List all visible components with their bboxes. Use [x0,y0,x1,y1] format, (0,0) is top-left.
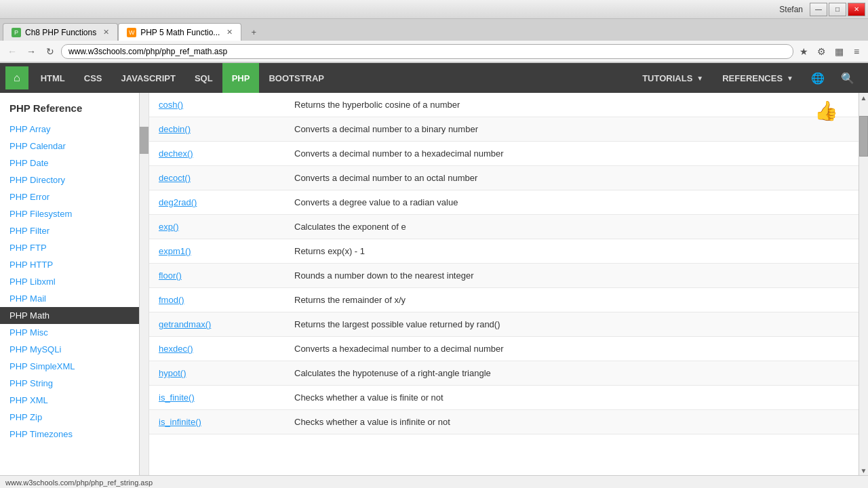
sidebar-item-php-xml[interactable]: PHP XML [0,392,149,409]
tab-close-ch8[interactable]: ✕ [103,28,109,37]
func-cell: getrandmax() [149,312,285,337]
sidebar-scrollbar-track [139,93,149,475]
minimize-button[interactable]: — [810,3,827,16]
content-table: cosh() Returns the hyperbolic cosine of … [149,93,859,434]
table-row: is_infinite() Checks whether a value is … [149,410,859,434]
toolbar-icons: ★ ⚙ ▦ ≡ [796,44,864,59]
address-bar: ← → ↻ ★ ⚙ ▦ ≡ [0,41,868,62]
desc-cell: Returns exp(x) - 1 [285,239,859,264]
sidebar-item-php-zip[interactable]: PHP Zip [0,409,149,426]
tab-close-php-math[interactable]: ✕ [226,28,233,37]
nav-html[interactable]: HTML [31,63,75,93]
search-button[interactable]: 🔍 [833,63,863,93]
sidebar-item-php-mail[interactable]: PHP Mail [0,290,149,307]
globe-button[interactable]: 🌐 [803,63,833,93]
sidebar-item-php-string[interactable]: PHP String [0,375,149,392]
func-link[interactable]: decoct() [159,173,191,183]
desc-cell: Calculates the exponent of e [285,215,859,239]
desc-cell: Returns the largest possible value retur… [285,312,859,337]
func-link[interactable]: hypot() [159,368,186,378]
tab-label-ch8: Ch8 PHP Functions [25,28,96,37]
table-row: decbin() Converts a decimal number to a … [149,117,859,142]
sidebar-item-php-directory[interactable]: PHP Directory [0,171,149,188]
sidebar-item-php-array[interactable]: PHP Array [0,121,149,138]
func-cell: dechex() [149,142,285,166]
menu-icon[interactable]: ≡ [849,44,864,59]
home-nav-button[interactable]: ⌂ [5,66,28,89]
func-link[interactable]: expm1() [159,246,191,256]
scrollbar-thumb[interactable] [859,116,868,157]
table-row: fmod() Returns the remainder of x/y [149,288,859,312]
window-controls: — □ ✕ [810,3,865,16]
tab-ch8[interactable]: P Ch8 PHP Functions ✕ [3,23,118,41]
scrollbar-down-arrow[interactable]: ▼ [859,466,868,475]
func-link[interactable]: is_infinite() [159,417,201,427]
main-layout: PHP Reference PHP Array PHP Calendar PHP… [0,93,868,475]
func-link[interactable]: floor() [159,270,182,281]
func-link[interactable]: exp() [159,222,179,232]
func-cell: decbin() [149,117,285,142]
nav-css[interactable]: CSS [75,63,112,93]
right-scrollbar[interactable]: ▲ ▼ [859,93,868,475]
nav-sql[interactable]: SQL [185,63,222,93]
sidebar-item-php-libxml[interactable]: PHP Libxml [0,273,149,290]
bookmark-icon[interactable]: ★ [796,44,811,59]
desc-cell: Rounds a number down to the nearest inte… [285,264,859,288]
settings-icon[interactable]: ⚙ [814,44,829,59]
nav-tutorials[interactable]: TUTORIALS ▼ [633,63,713,93]
desc-cell: Calculates the hypotenuse of a right-ang… [285,361,859,386]
sidebar-scrollbar-thumb[interactable] [140,127,149,154]
sidebar-item-php-filter[interactable]: PHP Filter [0,222,149,239]
func-link[interactable]: decbin() [159,124,191,134]
back-button[interactable]: ← [4,44,20,59]
sidebar-item-php-misc[interactable]: PHP Misc [0,324,149,341]
maximize-button[interactable]: □ [829,3,846,16]
func-cell: exp() [149,215,285,239]
desc-cell: Returns the remainder of x/y [285,288,859,312]
forward-button[interactable]: → [23,44,39,59]
func-link[interactable]: hexdec() [159,344,193,354]
func-cell: deg2rad() [149,190,285,215]
table-row: getrandmax() Returns the largest possibl… [149,312,859,337]
cast-icon[interactable]: ▦ [831,44,846,59]
func-link[interactable]: deg2rad() [159,197,197,207]
refresh-button[interactable]: ↻ [42,44,58,59]
nav-javascript[interactable]: JAVASCRIPT [112,63,185,93]
func-link[interactable]: cosh() [159,100,183,110]
func-cell: hypot() [149,361,285,386]
desc-cell: Converts a decimal number to an octal nu… [285,166,859,190]
sidebar-item-php-simplexml[interactable]: PHP SimpleXML [0,358,149,375]
sidebar-item-php-mysqli[interactable]: PHP MySQLi [0,341,149,358]
sidebar-item-php-date[interactable]: PHP Date [0,155,149,171]
func-link[interactable]: getrandmax() [159,319,211,329]
sidebar-item-php-ftp[interactable]: PHP FTP [0,239,149,256]
tab-php-math[interactable]: W PHP 5 Math Functio... ✕ [118,23,241,41]
sidebar: PHP Reference PHP Array PHP Calendar PHP… [0,93,149,475]
sidebar-item-php-error[interactable]: PHP Error [0,188,149,205]
sidebar-item-php-math[interactable]: PHP Math [0,307,149,324]
new-tab-button[interactable]: + [244,23,263,41]
nav-bootstrap[interactable]: BOOTSTRAP [259,63,334,93]
title-bar: Stefan — □ ✕ [0,0,868,19]
nav-references[interactable]: REFERENCES ▼ [713,63,803,93]
nav-php[interactable]: PHP [222,63,260,93]
sidebar-item-php-http[interactable]: PHP HTTP [0,256,149,273]
desc-cell: Converts a degree value to a radian valu… [285,190,859,215]
tabs-bar: P Ch8 PHP Functions ✕ W PHP 5 Math Funct… [0,19,868,41]
address-input[interactable] [61,44,793,59]
func-link[interactable]: is_finite() [159,392,195,403]
func-link[interactable]: dechex() [159,148,193,159]
func-link[interactable]: fmod() [159,295,184,305]
sidebar-item-php-timezones[interactable]: PHP Timezones [0,426,149,443]
w3schools-navbar: ⌂ HTML CSS JAVASCRIPT SQL PHP BOOTSTRAP … [0,63,868,93]
table-row: exp() Calculates the exponent of e [149,215,859,239]
status-bar: www.w3schools.com/php/php_ref_string.asp [0,475,868,488]
close-button[interactable]: ✕ [848,3,865,16]
thumbs-up-icon[interactable]: 👍 [814,100,838,121]
table-row: cosh() Returns the hyperbolic cosine of … [149,93,859,117]
sidebar-item-php-calendar[interactable]: PHP Calendar [0,138,149,155]
func-cell: is_finite() [149,386,285,410]
scrollbar-up-arrow[interactable]: ▲ [859,93,868,102]
sidebar-title: PHP Reference [0,98,149,121]
sidebar-item-php-filesystem[interactable]: PHP Filesystem [0,205,149,222]
